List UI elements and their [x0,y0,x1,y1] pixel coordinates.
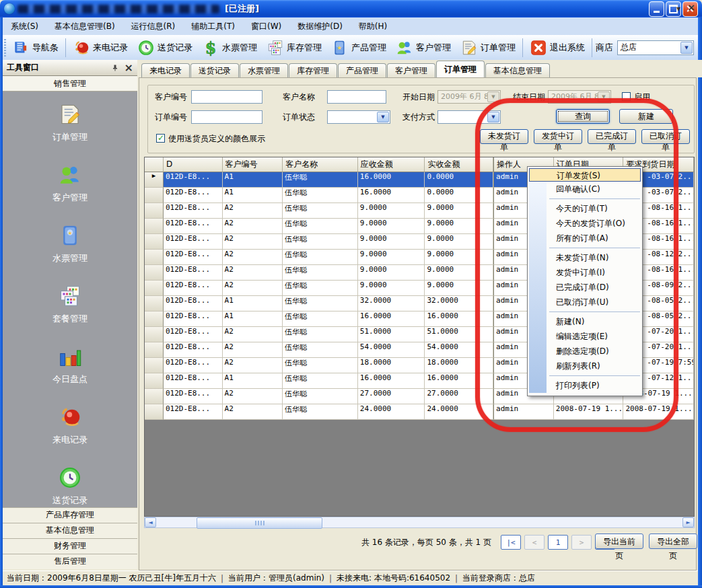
menu-item-4[interactable]: 窗口(W) [243,18,289,35]
cell: A1 [223,188,283,203]
toolbar-button-call-bell[interactable]: 来电记录 [68,37,133,59]
scroll-left-icon[interactable] [145,517,156,527]
cell: 012D-E8... [164,203,223,219]
filter-status-button-2[interactable]: 已完成订单 [588,129,636,144]
chevron-down-icon[interactable] [487,112,499,122]
window-title-registered-badge: [已注册] [225,3,259,15]
pin-icon[interactable] [111,64,119,72]
tab-5[interactable]: 客户管理 [387,63,435,77]
chevron-down-icon[interactable] [680,42,693,54]
page-number-input[interactable]: 1 [548,535,568,550]
sidebar-section-0[interactable]: 产品库存管理 [3,507,137,523]
menu-item-3[interactable]: 辅助工具(T) [183,18,243,35]
new-button[interactable]: 新建 [619,109,673,124]
shop-select[interactable]: 总店 [617,40,694,55]
context-menu-item-8[interactable]: 发货中订单(I) [528,265,642,280]
tab-3[interactable]: 库存管理 [289,63,337,77]
toolbar-button-order-scroll[interactable]: 订单管理 [456,37,520,59]
sidebar-section-3[interactable]: 售后管理 [3,554,137,569]
grid-header-3[interactable]: 客户名称 [283,157,358,172]
context-menu-item-5[interactable]: 所有的订单(A) [528,231,642,246]
order-no-input[interactable] [191,110,262,124]
menu-item-6[interactable]: 帮助(H) [351,18,395,35]
toolbar-button-product-box[interactable]: ★产品管理 [326,37,391,59]
sidebar-item-5[interactable]: 来电记录 [52,405,87,446]
tab-2[interactable]: 水票管理 [240,63,288,77]
filter-status-button-0[interactable]: 未发货订单 [480,129,528,144]
context-menu-item-1[interactable]: 回单确认(C) [528,182,642,196]
minimize-button[interactable] [649,1,664,17]
toolbar-button-navigator-book[interactable]: 导航条 [7,37,63,59]
search-button[interactable]: 查询 [556,109,610,124]
sidebar-item-1[interactable]: 客户管理 [52,163,87,204]
start-date-picker[interactable]: 2009年 6月 8日 [437,90,501,104]
scrollbar-thumb[interactable] [197,517,322,529]
grid-header-5[interactable]: 实收金额 [425,157,493,172]
sidebar-section-2[interactable]: 财务管理 [3,538,137,554]
sidebar-item-6[interactable]: 送货记录 [52,466,87,507]
tab-1[interactable]: 送货记录 [190,63,239,77]
context-menu-item-15[interactable]: 刷新列表(R) [528,359,642,373]
menu-item-0[interactable]: 系统(S) [3,18,46,35]
toolbar-button-water-dollar[interactable]: $水票管理 [197,37,262,59]
scroll-right-icon[interactable] [682,517,694,527]
context-menu-item-3[interactable]: 今天的订单(T) [528,201,642,216]
tab-7[interactable]: 基本信息管理 [485,63,550,77]
customer-name-input[interactable] [327,90,386,104]
tab-0[interactable]: 来电记录 [141,63,190,77]
chevron-down-icon[interactable] [377,112,389,122]
table-row[interactable]: 012D-E8...A2伍华聪24.000024.0000admin2008-0… [145,404,694,420]
scrollbar-track[interactable] [156,517,682,527]
export-all-pages-button[interactable]: 导出全部页 [649,534,697,549]
filter-status-button-1[interactable]: 发货中订单 [534,129,582,144]
menu-item-5[interactable]: 数据维护(D) [289,18,351,35]
next-page-button[interactable]: > [571,535,592,550]
context-menu-item-7[interactable]: 未发货订单(N) [528,250,642,265]
grid-header-1[interactable]: D [164,157,223,172]
payment-select[interactable] [437,110,501,124]
chevron-down-icon[interactable] [598,91,610,102]
grid-header-4[interactable]: 应收金额 [358,157,425,172]
sidebar-item-4[interactable]: 今日盘点 [52,344,87,385]
export-current-page-button[interactable]: 导出当前页 [595,534,643,549]
toolbar-button-inventory-grid[interactable]: 库存管理 [262,37,326,59]
enable-date-checkbox[interactable] [622,92,631,101]
context-menu-item-17[interactable]: 打印列表(P) [528,378,642,393]
context-menu-item-12[interactable]: 新建(N) [528,314,642,329]
context-menu-item-14[interactable]: 删除选定项(D) [528,344,642,359]
tool-window-close-button[interactable] [125,63,133,73]
first-page-button[interactable]: |< [501,535,521,550]
sidebar-section-1[interactable]: 基本信息管理 [3,523,137,538]
sidebar-item-0[interactable]: 订单管理 [52,102,87,143]
context-menu-item-10[interactable]: 已取消订单(U) [528,295,642,309]
sidebar-section-sales[interactable]: 销售管理 [3,76,137,91]
toolbar-grip[interactable] [4,39,6,57]
grid-header-0[interactable] [145,157,164,172]
toolbar-button-exit-x[interactable]: 退出系统 [525,37,590,59]
order-status-select[interactable] [327,110,390,124]
tab-close-icon[interactable] [687,4,695,13]
toolbar-button-customer-people[interactable]: 客户管理 [391,37,456,59]
tab-6[interactable]: 订单管理 [436,61,485,77]
toolbar-button-label: 导航条 [32,42,59,54]
menu-item-1[interactable]: 基本信息管理(B) [46,18,123,35]
color-by-courier-checkbox[interactable] [156,134,165,143]
context-menu-item-4[interactable]: 今天的发货订单(O) [528,216,642,231]
chevron-down-icon[interactable] [487,91,499,102]
customer-no-input[interactable] [191,90,262,104]
menu-separator [549,248,640,248]
end-date-picker[interactable]: 2009年 6月 8日 [548,90,611,104]
filter-status-button-3[interactable]: 已取消订单 [641,129,690,144]
grid-header-2[interactable]: 客户编号 [223,157,283,172]
sidebar-item-2[interactable]: ★水票管理 [52,223,87,264]
prev-page-button[interactable]: < [524,535,545,550]
tab-list-dropdown-icon[interactable] [676,4,680,13]
context-menu-item-13[interactable]: 编辑选定项(E) [528,329,642,344]
cell: 9.0000 [358,281,425,296]
menu-item-2[interactable]: 运行信息(R) [123,18,184,35]
context-menu-item-9[interactable]: 已完成订单(D) [528,280,642,295]
context-menu-item-0[interactable]: 订单发货(S) [529,168,641,182]
sidebar-item-3[interactable]: 套餐管理 [52,284,87,325]
tab-4[interactable]: 产品管理 [338,63,386,77]
toolbar-button-delivery-clock[interactable]: 送货记录 [133,37,197,59]
